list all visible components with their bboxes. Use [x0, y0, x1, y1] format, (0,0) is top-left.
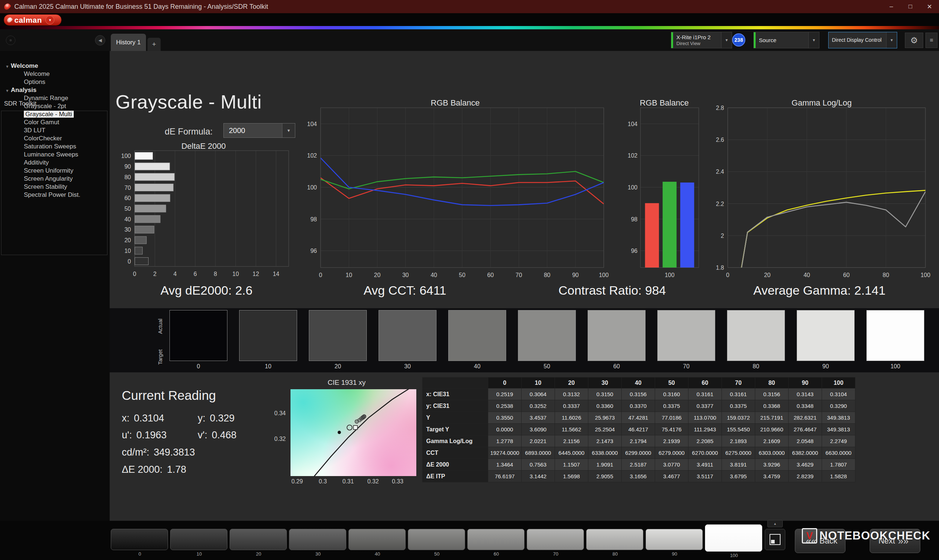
cie-xtick: 0.29: [290, 478, 304, 485]
sidebar-item-3d-lut[interactable]: 3D LUT: [1, 126, 108, 134]
swatch-label: 10: [239, 363, 297, 370]
level-button-80[interactable]: [586, 529, 643, 550]
sidebar-item-colorchecker[interactable]: ColorChecker: [1, 134, 108, 143]
level-button-100[interactable]: [705, 525, 762, 552]
maximize-button[interactable]: □: [901, 0, 920, 13]
sidebar-item-screen-uniformity[interactable]: Screen Uniformity: [1, 167, 108, 175]
sidebar-item-welcome[interactable]: ▾Welcome: [1, 62, 108, 70]
meter-dropdown[interactable]: X-Rite i1Pro 2 Direct View ▼: [671, 32, 732, 48]
deltae-bar-60: [135, 194, 170, 202]
nav-dot-icon: [6, 35, 15, 45]
table-cell: 3.4629: [789, 459, 822, 471]
sidebar-item-screen-angularity[interactable]: Screen Angularity: [1, 175, 108, 183]
sidebar-collapse-button[interactable]: ◀: [95, 35, 105, 45]
svg-text:100: 100: [665, 272, 675, 278]
svg-text:104: 104: [628, 121, 637, 127]
table-cell: 2.1609: [755, 435, 789, 447]
svg-text:60: 60: [124, 195, 131, 201]
svg-text:0: 0: [319, 272, 322, 278]
svg-text:90: 90: [572, 272, 579, 278]
swatch-color-20: [309, 310, 367, 361]
table-row: ΔE 20001.34640.75631.15071.90912.51873.0…: [422, 459, 856, 471]
chevron-down-icon[interactable]: ▼: [721, 32, 732, 48]
svg-text:10: 10: [124, 248, 131, 254]
table-row: x: CIE310.25190.30640.31320.31500.31560.…: [422, 388, 856, 400]
workspace-menu-button[interactable]: ≡: [925, 32, 937, 48]
level-button-40[interactable]: [348, 529, 406, 550]
settings-button[interactable]: ⚙: [905, 32, 923, 48]
table-cell: 6630.0000: [822, 447, 856, 459]
table-cell: 1.7807: [822, 459, 856, 471]
swatch-0: 0: [170, 310, 227, 370]
level-button-60[interactable]: [467, 529, 524, 550]
sidebar-item-label: Grayscale - 2pt: [24, 103, 66, 109]
sidebar-item-saturation-sweeps[interactable]: Saturation Sweeps: [1, 143, 108, 151]
swatch-70: 70: [657, 310, 715, 370]
sidebar-item-spectral-power-dist-[interactable]: Spectral Power Dist.: [1, 191, 108, 199]
calman-menu-button[interactable]: calman ▼: [4, 14, 62, 26]
svg-text:2.6: 2.6: [716, 137, 724, 143]
tree-expand-icon[interactable]: ▾: [6, 64, 8, 69]
level-button-30[interactable]: [289, 529, 346, 550]
svg-text:80: 80: [882, 272, 889, 278]
rgb-bar-red: [645, 203, 659, 268]
cie-chart-title: CIE 1931 xy: [284, 378, 409, 387]
table-cell: 0.3375: [655, 400, 688, 412]
gamma-line-chart: 1.822.22.42.62.8020406080100: [708, 92, 933, 278]
sidebar-item-label: Spectral Power Dist.: [24, 191, 80, 198]
sidebar-item-grayscale-multi[interactable]: Grayscale - Multi: [1, 110, 108, 118]
chevron-down-icon[interactable]: ▼: [886, 32, 897, 48]
sidebar-item-grayscale-2pt[interactable]: Grayscale - 2pt: [1, 102, 108, 110]
tree-expand-icon[interactable]: ▾: [6, 88, 8, 93]
table-cell: 47.4281: [622, 412, 655, 424]
level-button-label: 40: [348, 551, 406, 557]
pattern-up-button[interactable]: ▲: [767, 520, 783, 528]
sidebar-item-label: Saturation Sweeps: [24, 143, 76, 150]
level-button-50[interactable]: [408, 529, 465, 550]
level-button-70[interactable]: [527, 529, 584, 550]
display-control-dropdown[interactable]: Direct Display Control ▼: [828, 32, 897, 48]
calman-menu-arrow-icon[interactable]: ▼: [45, 16, 54, 25]
cie-ytick: 0.34: [273, 410, 286, 417]
level-button-10[interactable]: [170, 529, 227, 550]
de-formula-select[interactable]: 2000 ▼: [224, 123, 295, 138]
swatch-color-30: [379, 310, 436, 361]
svg-text:6: 6: [194, 271, 197, 277]
level-button-label: 70: [527, 551, 585, 557]
source-dropdown[interactable]: Source ▼: [753, 32, 819, 48]
chevron-down-icon[interactable]: ▼: [808, 32, 819, 48]
rgb-balance-line-chart: 96981001021040102030405060708090100: [286, 92, 616, 278]
sidebar-item-additivity[interactable]: Additivity: [1, 159, 108, 167]
level-button-20[interactable]: [230, 529, 287, 550]
close-button[interactable]: ✕: [920, 0, 939, 13]
add-tab-button[interactable]: +: [148, 38, 161, 51]
swatch-30: 30: [379, 310, 436, 370]
svg-text:0: 0: [726, 272, 729, 278]
pattern-window-button[interactable]: [765, 529, 785, 550]
swatch-row-label-target: Target: [157, 342, 165, 372]
table-cell: 3.6795: [722, 471, 755, 482]
sidebar-item-color-gamut[interactable]: Color Gamut: [1, 118, 108, 126]
table-row-label: Gamma Log/Log: [422, 435, 488, 447]
sidebar-item-screen-stability[interactable]: Screen Stability: [1, 183, 108, 191]
sidebar-item-welcome[interactable]: Welcome: [1, 70, 108, 78]
sidebar-item-options[interactable]: Options: [1, 78, 108, 86]
table-col-header: 70: [722, 377, 755, 388]
level-button-90[interactable]: [646, 529, 703, 550]
sidebar-item-luminance-sweeps[interactable]: Luminance Sweeps: [1, 151, 108, 159]
svg-text:12: 12: [253, 271, 259, 277]
table-cell: 1.5698: [555, 471, 588, 482]
sidebar-item-analysis[interactable]: ▾Analysis: [1, 86, 108, 94]
swatch-label: 0: [170, 363, 227, 370]
table-col-header: 0: [488, 377, 521, 388]
table-cell: 2.1794: [622, 435, 655, 447]
table-cell: 1.3464: [488, 459, 521, 471]
table-col-header: 30: [588, 377, 622, 388]
level-button-0[interactable]: [111, 529, 168, 550]
minimize-button[interactable]: –: [882, 0, 901, 13]
table-cell: 19274.0000: [488, 447, 521, 459]
tab-history-1[interactable]: History 1: [111, 34, 146, 51]
sidebar-item-dynamic-range[interactable]: Dynamic Range: [1, 94, 108, 102]
table-cell: 75.4176: [655, 424, 688, 435]
table-cell: 3.6090: [521, 424, 555, 435]
